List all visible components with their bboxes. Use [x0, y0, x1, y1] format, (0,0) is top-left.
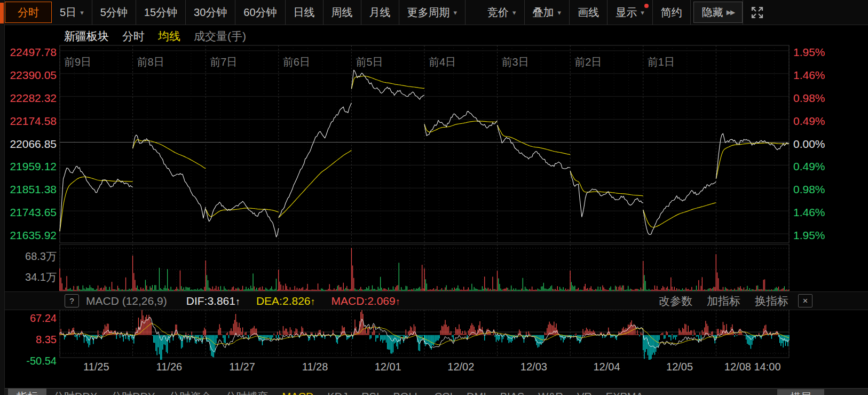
- pct-axis-label: 0.98%: [793, 92, 825, 105]
- macd-dif-value: DIF:3.861↑: [186, 295, 240, 307]
- tab-label: 画线: [578, 5, 599, 20]
- tab-display[interactable]: 显示▾: [607, 0, 653, 25]
- help-icon[interactable]: ?: [65, 294, 79, 307]
- price-axis-label: 22174.58: [3, 115, 57, 128]
- day-section-label: 前9日: [64, 55, 91, 69]
- bottom-tab[interactable]: RSI: [354, 389, 386, 395]
- date-axis-label: 12/03: [520, 361, 547, 373]
- bottom-tab[interactable]: EXPMA: [599, 389, 650, 395]
- date-axis-label: 11/25: [83, 361, 109, 373]
- bottom-tab[interactable]: VR: [570, 389, 599, 395]
- day-section-label: 前8日: [137, 55, 164, 69]
- day-section-label: 前2日: [574, 55, 602, 69]
- tab-label: 30分钟: [194, 5, 227, 20]
- volume-axis-label: 34.1万: [3, 270, 57, 285]
- tab-label: 更多周期: [407, 5, 450, 20]
- macd-indicator-name: MACD (12,26,9): [86, 295, 167, 307]
- bottom-tab[interactable]: 分时资金: [162, 389, 218, 395]
- bottom-tab[interactable]: BIAS: [493, 389, 532, 395]
- bottom-tab[interactable]: 分时DDX: [46, 389, 104, 395]
- pct-axis-label: 0.49%: [793, 160, 825, 173]
- date-axis-label: 11/26: [156, 361, 183, 373]
- tab-5min[interactable]: 5分钟: [92, 0, 136, 25]
- pct-axis-label: 0.49%: [793, 115, 825, 128]
- bottom-tab[interactable]: DMI: [460, 389, 493, 395]
- bottom-tab[interactable]: KDJ: [320, 389, 354, 395]
- price-axis-label: 22390.05: [3, 69, 57, 82]
- volume-axis-label: 68.3万: [3, 249, 57, 264]
- date-axis-label: 12/08 14:00: [724, 361, 781, 373]
- pct-axis-label: 1.95%: [793, 229, 825, 242]
- tab-overlay[interactable]: 叠加▾: [525, 0, 570, 25]
- tab-weekly[interactable]: 周线: [323, 0, 361, 25]
- tab-draw-line[interactable]: 画线: [570, 0, 607, 25]
- tab-60min[interactable]: 60分钟: [235, 0, 285, 25]
- day-section-label: 前4日: [429, 55, 456, 69]
- tab-label: 月线: [369, 5, 391, 20]
- tab-daily[interactable]: 日线: [286, 0, 323, 25]
- bottom-tab[interactable]: BOLL: [386, 389, 428, 395]
- date-axis-label: 12/02: [447, 361, 474, 373]
- price-axis-label: 21959.12: [3, 160, 57, 173]
- price-axis-label: 22282.32: [3, 92, 57, 105]
- chevron-down-icon: ▾: [641, 9, 644, 17]
- day-section-label: 前7日: [210, 55, 237, 69]
- up-arrow-icon: ↑: [311, 296, 315, 307]
- volume-legend-label[interactable]: 成交量(手): [194, 29, 246, 44]
- pct-axis-label: 0.00%: [793, 138, 825, 151]
- tab-label: 5分钟: [100, 5, 128, 20]
- pct-axis-label: 1.95%: [793, 46, 825, 59]
- tab-intraday[interactable]: 分时: [5, 2, 52, 23]
- chevron-down-icon: ▾: [558, 9, 562, 17]
- up-arrow-icon: ↑: [235, 296, 240, 307]
- chart-legend: 新疆板块 分时 均线 成交量(手): [64, 29, 246, 44]
- tab-simple-mode[interactable]: 简约: [653, 0, 691, 25]
- fullscreen-expand-icon[interactable]: [743, 0, 771, 25]
- date-axis-label: 12/01: [375, 361, 401, 373]
- bottom-tab[interactable]: MACD: [275, 389, 320, 395]
- switch-indicator-button[interactable]: 换指标: [755, 294, 788, 309]
- tab-label: 竞价: [487, 5, 509, 20]
- pct-axis-label: 1.46%: [793, 69, 825, 82]
- tab-30min[interactable]: 30分钟: [186, 0, 235, 25]
- tab-5day[interactable]: 5日▾: [52, 0, 92, 25]
- double-arrow-icon: ▶▶: [727, 9, 734, 16]
- chevron-down-icon: ▾: [454, 9, 457, 17]
- bottom-tab[interactable]: 分时DDY: [104, 389, 162, 395]
- ma-line-toggle[interactable]: 均线: [158, 29, 180, 44]
- macd-axis-label: 67.24: [3, 312, 57, 325]
- bottom-tab[interactable]: 分时博弈: [218, 389, 275, 395]
- stock-chart-app: 分时5日▾5分钟15分钟30分钟60分钟日线周线月线更多周期▾竞价▾叠加▾画线显…: [0, 0, 868, 395]
- left-rail: [0, 0, 5, 395]
- bottom-indicator-tab-bar: 指标分时DDX分时DDY分时资金分时博弈MACDKDJRSIBOLLCCIDMI…: [5, 388, 868, 395]
- change-params-button[interactable]: 改参数: [659, 294, 692, 309]
- tab-auction[interactable]: 竞价▾: [479, 0, 525, 25]
- close-indicator-button[interactable]: ×: [798, 294, 812, 307]
- tab-label: 日线: [294, 5, 315, 20]
- tab-hide-toolbar[interactable]: 隐藏▶▶: [693, 2, 743, 23]
- tab-label: 叠加: [533, 5, 554, 20]
- bottom-tab[interactable]: CCI: [428, 389, 460, 395]
- tab-label: 显示: [616, 5, 637, 20]
- bottom-tab[interactable]: 指标: [8, 389, 46, 395]
- landscape-button[interactable]: 横屏: [777, 389, 824, 395]
- date-axis-label: 12/04: [593, 361, 620, 373]
- tab-more-periods[interactable]: 更多周期▾: [399, 0, 466, 25]
- chevron-down-icon: ▾: [512, 9, 516, 17]
- macd-hist-value: MACD:2.069↑: [332, 295, 400, 307]
- tab-label: 分时: [18, 5, 39, 20]
- date-axis-label: 11/28: [302, 361, 328, 373]
- tab-label: 周线: [332, 5, 353, 20]
- add-indicator-button[interactable]: 加指标: [707, 294, 740, 309]
- toolbar: 分时5日▾5分钟15分钟30分钟60分钟日线周线月线更多周期▾竞价▾叠加▾画线显…: [5, 0, 868, 25]
- tab-label: 15分钟: [144, 5, 177, 20]
- indicator-actions: 改参数 加指标 换指标: [659, 294, 788, 309]
- price-axis-label: 21743.65: [3, 206, 57, 219]
- active-tab-indicator: [0, 3, 4, 23]
- tab-monthly[interactable]: 月线: [361, 0, 399, 25]
- date-axis-label: 12/05: [666, 361, 693, 373]
- tab-15min[interactable]: 15分钟: [136, 0, 186, 25]
- macd-axis-label: -50.54: [3, 355, 57, 367]
- period-label: 分时: [122, 29, 145, 44]
- bottom-tab[interactable]: W&R: [531, 389, 570, 395]
